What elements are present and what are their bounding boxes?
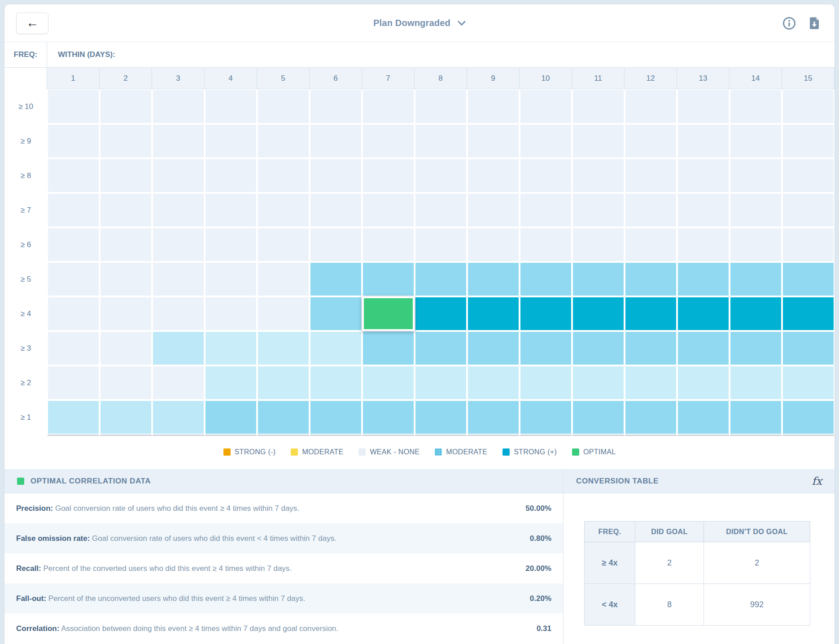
heatmap-cell[interactable] — [625, 89, 677, 124]
heatmap-cell[interactable] — [47, 193, 100, 227]
heatmap-cell[interactable] — [730, 227, 782, 262]
heatmap-cell[interactable] — [205, 193, 257, 227]
heatmap-cell[interactable] — [152, 400, 205, 435]
chevron-down-icon[interactable] — [458, 21, 466, 26]
heatmap-cell[interactable] — [730, 193, 782, 227]
heatmap-cell[interactable] — [730, 400, 782, 435]
heatmap-cell[interactable] — [572, 400, 625, 435]
heatmap-cell[interactable] — [47, 124, 100, 158]
heatmap-cell[interactable] — [625, 193, 677, 227]
heatmap-cell[interactable] — [47, 227, 100, 262]
heatmap-cell[interactable] — [677, 331, 730, 366]
heatmap-cell[interactable] — [152, 366, 205, 400]
heatmap-cell[interactable] — [47, 331, 100, 366]
heatmap-cell[interactable] — [257, 158, 310, 193]
heatmap-cell[interactable] — [362, 124, 415, 158]
heatmap-cell[interactable] — [730, 366, 782, 400]
heatmap-cell[interactable] — [152, 193, 205, 227]
heatmap-cell[interactable] — [205, 366, 257, 400]
heatmap-cell[interactable] — [730, 158, 782, 193]
heatmap-cell[interactable] — [467, 193, 520, 227]
heatmap-cell[interactable] — [100, 227, 152, 262]
heatmap-cell[interactable] — [730, 262, 782, 296]
page-title[interactable]: Plan Downgraded — [373, 18, 450, 28]
heatmap-cell[interactable] — [47, 296, 100, 331]
heatmap-cell[interactable] — [310, 366, 362, 400]
heatmap-cell[interactable] — [677, 158, 730, 193]
heatmap-cell[interactable] — [415, 296, 467, 331]
heatmap-cell[interactable] — [572, 193, 625, 227]
heatmap-cell[interactable] — [205, 124, 257, 158]
heatmap-cell[interactable] — [467, 227, 520, 262]
heatmap-cell[interactable] — [677, 89, 730, 124]
heatmap-cell[interactable] — [467, 262, 520, 296]
heatmap-cell[interactable] — [152, 262, 205, 296]
heatmap-cell[interactable] — [730, 89, 782, 124]
heatmap-cell[interactable] — [205, 400, 257, 435]
heatmap-cell[interactable] — [782, 89, 835, 124]
heatmap-cell[interactable] — [310, 89, 362, 124]
heatmap-cell[interactable] — [782, 158, 835, 193]
heatmap-cell[interactable] — [782, 366, 835, 400]
heatmap-cell[interactable] — [572, 331, 625, 366]
heatmap-cell[interactable] — [730, 331, 782, 366]
download-file-icon[interactable] — [808, 17, 821, 30]
heatmap-cell[interactable] — [310, 193, 362, 227]
heatmap-cell[interactable] — [677, 193, 730, 227]
heatmap-cell[interactable] — [310, 331, 362, 366]
heatmap-cell[interactable] — [520, 158, 572, 193]
back-button[interactable]: ← — [16, 13, 48, 34]
heatmap-cell[interactable] — [310, 158, 362, 193]
heatmap-cell[interactable] — [730, 296, 782, 331]
heatmap-cell[interactable] — [415, 124, 467, 158]
heatmap-cell[interactable] — [100, 400, 152, 435]
heatmap-cell[interactable] — [467, 89, 520, 124]
heatmap-cell[interactable] — [362, 400, 415, 435]
heatmap-cell[interactable] — [310, 227, 362, 262]
heatmap-cell[interactable] — [467, 296, 520, 331]
heatmap-cell[interactable] — [152, 124, 205, 158]
heatmap-cell[interactable] — [625, 296, 677, 331]
heatmap-cell[interactable] — [677, 124, 730, 158]
heatmap-cell[interactable] — [782, 193, 835, 227]
heatmap-cell[interactable] — [677, 262, 730, 296]
heatmap-cell[interactable] — [100, 89, 152, 124]
heatmap-cell[interactable] — [520, 400, 572, 435]
heatmap-cell[interactable] — [152, 331, 205, 366]
heatmap-cell[interactable] — [572, 366, 625, 400]
heatmap-cell[interactable] — [362, 158, 415, 193]
heatmap-cell[interactable] — [362, 331, 415, 366]
heatmap-cell[interactable] — [520, 296, 572, 331]
heatmap-cell[interactable] — [362, 89, 415, 124]
heatmap-cell[interactable] — [47, 262, 100, 296]
heatmap-cell[interactable] — [520, 262, 572, 296]
heatmap-cell[interactable] — [467, 124, 520, 158]
heatmap-cell[interactable] — [625, 227, 677, 262]
heatmap-cell[interactable] — [257, 331, 310, 366]
heatmap-cell[interactable] — [47, 400, 100, 435]
heatmap-cell[interactable] — [520, 366, 572, 400]
heatmap-cell[interactable] — [257, 124, 310, 158]
heatmap-cell[interactable] — [257, 193, 310, 227]
heatmap-cell[interactable] — [782, 400, 835, 435]
heatmap-cell[interactable] — [100, 158, 152, 193]
heatmap-cell[interactable] — [467, 331, 520, 366]
heatmap-cell[interactable] — [47, 366, 100, 400]
heatmap-cell[interactable] — [100, 124, 152, 158]
heatmap-cell[interactable] — [257, 262, 310, 296]
heatmap-cell[interactable] — [415, 366, 467, 400]
info-icon[interactable] — [782, 17, 796, 30]
heatmap-cell[interactable] — [677, 366, 730, 400]
heatmap-cell[interactable] — [520, 193, 572, 227]
heatmap-cell[interactable] — [257, 366, 310, 400]
heatmap-cell[interactable] — [625, 262, 677, 296]
heatmap-cell[interactable] — [257, 296, 310, 331]
heatmap-cell[interactable] — [257, 89, 310, 124]
heatmap-cell[interactable] — [572, 227, 625, 262]
heatmap-cell[interactable] — [100, 366, 152, 400]
heatmap-cell[interactable] — [205, 331, 257, 366]
heatmap-cell[interactable] — [572, 124, 625, 158]
heatmap-cell[interactable] — [572, 262, 625, 296]
heatmap-cell[interactable] — [100, 262, 152, 296]
heatmap-cell[interactable] — [625, 158, 677, 193]
